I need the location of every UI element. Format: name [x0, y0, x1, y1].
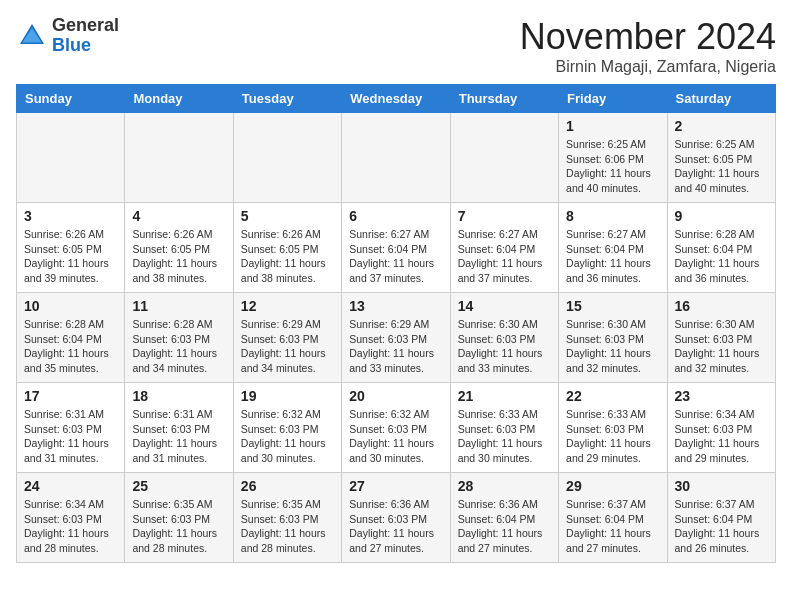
logo: General Blue — [16, 16, 119, 56]
calendar-week-1: 1Sunrise: 6:25 AM Sunset: 6:06 PM Daylig… — [17, 113, 776, 203]
calendar-cell: 16Sunrise: 6:30 AM Sunset: 6:03 PM Dayli… — [667, 293, 775, 383]
day-number: 17 — [24, 388, 117, 404]
cell-info: Sunrise: 6:37 AM Sunset: 6:04 PM Dayligh… — [566, 497, 659, 556]
calendar-cell: 9Sunrise: 6:28 AM Sunset: 6:04 PM Daylig… — [667, 203, 775, 293]
cell-info: Sunrise: 6:33 AM Sunset: 6:03 PM Dayligh… — [566, 407, 659, 466]
day-number: 5 — [241, 208, 334, 224]
cell-info: Sunrise: 6:27 AM Sunset: 6:04 PM Dayligh… — [458, 227, 551, 286]
cell-info: Sunrise: 6:26 AM Sunset: 6:05 PM Dayligh… — [24, 227, 117, 286]
calendar-cell: 5Sunrise: 6:26 AM Sunset: 6:05 PM Daylig… — [233, 203, 341, 293]
calendar-cell: 30Sunrise: 6:37 AM Sunset: 6:04 PM Dayli… — [667, 473, 775, 563]
calendar-cell: 21Sunrise: 6:33 AM Sunset: 6:03 PM Dayli… — [450, 383, 558, 473]
calendar-cell: 28Sunrise: 6:36 AM Sunset: 6:04 PM Dayli… — [450, 473, 558, 563]
title-block: November 2024 Birnin Magaji, Zamfara, Ni… — [520, 16, 776, 76]
day-number: 29 — [566, 478, 659, 494]
location-subtitle: Birnin Magaji, Zamfara, Nigeria — [520, 58, 776, 76]
calendar-cell — [233, 113, 341, 203]
calendar-cell — [125, 113, 233, 203]
day-number: 11 — [132, 298, 225, 314]
calendar-cell: 7Sunrise: 6:27 AM Sunset: 6:04 PM Daylig… — [450, 203, 558, 293]
calendar-week-4: 17Sunrise: 6:31 AM Sunset: 6:03 PM Dayli… — [17, 383, 776, 473]
header-day-wednesday: Wednesday — [342, 85, 450, 113]
cell-info: Sunrise: 6:37 AM Sunset: 6:04 PM Dayligh… — [675, 497, 768, 556]
calendar-cell: 24Sunrise: 6:34 AM Sunset: 6:03 PM Dayli… — [17, 473, 125, 563]
cell-info: Sunrise: 6:33 AM Sunset: 6:03 PM Dayligh… — [458, 407, 551, 466]
header-day-sunday: Sunday — [17, 85, 125, 113]
cell-info: Sunrise: 6:30 AM Sunset: 6:03 PM Dayligh… — [566, 317, 659, 376]
cell-info: Sunrise: 6:25 AM Sunset: 6:06 PM Dayligh… — [566, 137, 659, 196]
calendar-cell: 10Sunrise: 6:28 AM Sunset: 6:04 PM Dayli… — [17, 293, 125, 383]
cell-info: Sunrise: 6:29 AM Sunset: 6:03 PM Dayligh… — [349, 317, 442, 376]
day-number: 13 — [349, 298, 442, 314]
calendar-cell: 18Sunrise: 6:31 AM Sunset: 6:03 PM Dayli… — [125, 383, 233, 473]
calendar-cell: 8Sunrise: 6:27 AM Sunset: 6:04 PM Daylig… — [559, 203, 667, 293]
calendar-cell: 1Sunrise: 6:25 AM Sunset: 6:06 PM Daylig… — [559, 113, 667, 203]
cell-info: Sunrise: 6:30 AM Sunset: 6:03 PM Dayligh… — [458, 317, 551, 376]
calendar-cell: 26Sunrise: 6:35 AM Sunset: 6:03 PM Dayli… — [233, 473, 341, 563]
cell-info: Sunrise: 6:26 AM Sunset: 6:05 PM Dayligh… — [241, 227, 334, 286]
day-number: 21 — [458, 388, 551, 404]
day-number: 3 — [24, 208, 117, 224]
cell-info: Sunrise: 6:30 AM Sunset: 6:03 PM Dayligh… — [675, 317, 768, 376]
calendar-cell: 25Sunrise: 6:35 AM Sunset: 6:03 PM Dayli… — [125, 473, 233, 563]
calendar-cell: 19Sunrise: 6:32 AM Sunset: 6:03 PM Dayli… — [233, 383, 341, 473]
cell-info: Sunrise: 6:26 AM Sunset: 6:05 PM Dayligh… — [132, 227, 225, 286]
day-number: 16 — [675, 298, 768, 314]
header-day-monday: Monday — [125, 85, 233, 113]
cell-info: Sunrise: 6:31 AM Sunset: 6:03 PM Dayligh… — [132, 407, 225, 466]
cell-info: Sunrise: 6:31 AM Sunset: 6:03 PM Dayligh… — [24, 407, 117, 466]
cell-info: Sunrise: 6:28 AM Sunset: 6:04 PM Dayligh… — [675, 227, 768, 286]
day-number: 24 — [24, 478, 117, 494]
day-number: 2 — [675, 118, 768, 134]
calendar-cell: 27Sunrise: 6:36 AM Sunset: 6:03 PM Dayli… — [342, 473, 450, 563]
day-number: 8 — [566, 208, 659, 224]
cell-info: Sunrise: 6:36 AM Sunset: 6:03 PM Dayligh… — [349, 497, 442, 556]
calendar-week-3: 10Sunrise: 6:28 AM Sunset: 6:04 PM Dayli… — [17, 293, 776, 383]
calendar-week-5: 24Sunrise: 6:34 AM Sunset: 6:03 PM Dayli… — [17, 473, 776, 563]
header-day-friday: Friday — [559, 85, 667, 113]
day-number: 10 — [24, 298, 117, 314]
day-number: 6 — [349, 208, 442, 224]
day-number: 4 — [132, 208, 225, 224]
calendar-week-2: 3Sunrise: 6:26 AM Sunset: 6:05 PM Daylig… — [17, 203, 776, 293]
day-number: 20 — [349, 388, 442, 404]
day-number: 12 — [241, 298, 334, 314]
header-day-thursday: Thursday — [450, 85, 558, 113]
cell-info: Sunrise: 6:34 AM Sunset: 6:03 PM Dayligh… — [675, 407, 768, 466]
logo-text: General Blue — [52, 16, 119, 56]
day-number: 19 — [241, 388, 334, 404]
calendar-cell: 3Sunrise: 6:26 AM Sunset: 6:05 PM Daylig… — [17, 203, 125, 293]
calendar-cell: 14Sunrise: 6:30 AM Sunset: 6:03 PM Dayli… — [450, 293, 558, 383]
header-day-tuesday: Tuesday — [233, 85, 341, 113]
calendar-cell: 20Sunrise: 6:32 AM Sunset: 6:03 PM Dayli… — [342, 383, 450, 473]
calendar-cell: 15Sunrise: 6:30 AM Sunset: 6:03 PM Dayli… — [559, 293, 667, 383]
day-number: 7 — [458, 208, 551, 224]
day-number: 28 — [458, 478, 551, 494]
cell-info: Sunrise: 6:32 AM Sunset: 6:03 PM Dayligh… — [241, 407, 334, 466]
cell-info: Sunrise: 6:29 AM Sunset: 6:03 PM Dayligh… — [241, 317, 334, 376]
day-number: 26 — [241, 478, 334, 494]
calendar-cell — [450, 113, 558, 203]
cell-info: Sunrise: 6:27 AM Sunset: 6:04 PM Dayligh… — [566, 227, 659, 286]
calendar-cell: 29Sunrise: 6:37 AM Sunset: 6:04 PM Dayli… — [559, 473, 667, 563]
cell-info: Sunrise: 6:25 AM Sunset: 6:05 PM Dayligh… — [675, 137, 768, 196]
day-number: 25 — [132, 478, 225, 494]
calendar-body: 1Sunrise: 6:25 AM Sunset: 6:06 PM Daylig… — [17, 113, 776, 563]
logo-blue: Blue — [52, 35, 91, 55]
calendar-table: SundayMondayTuesdayWednesdayThursdayFrid… — [16, 84, 776, 563]
calendar-cell: 11Sunrise: 6:28 AM Sunset: 6:03 PM Dayli… — [125, 293, 233, 383]
cell-info: Sunrise: 6:35 AM Sunset: 6:03 PM Dayligh… — [132, 497, 225, 556]
cell-info: Sunrise: 6:32 AM Sunset: 6:03 PM Dayligh… — [349, 407, 442, 466]
calendar-cell: 12Sunrise: 6:29 AM Sunset: 6:03 PM Dayli… — [233, 293, 341, 383]
day-number: 15 — [566, 298, 659, 314]
day-number: 22 — [566, 388, 659, 404]
calendar-cell: 17Sunrise: 6:31 AM Sunset: 6:03 PM Dayli… — [17, 383, 125, 473]
day-number: 23 — [675, 388, 768, 404]
header-day-saturday: Saturday — [667, 85, 775, 113]
page-header: General Blue November 2024 Birnin Magaji… — [16, 16, 776, 76]
cell-info: Sunrise: 6:28 AM Sunset: 6:03 PM Dayligh… — [132, 317, 225, 376]
day-number: 27 — [349, 478, 442, 494]
cell-info: Sunrise: 6:35 AM Sunset: 6:03 PM Dayligh… — [241, 497, 334, 556]
cell-info: Sunrise: 6:34 AM Sunset: 6:03 PM Dayligh… — [24, 497, 117, 556]
calendar-cell: 13Sunrise: 6:29 AM Sunset: 6:03 PM Dayli… — [342, 293, 450, 383]
